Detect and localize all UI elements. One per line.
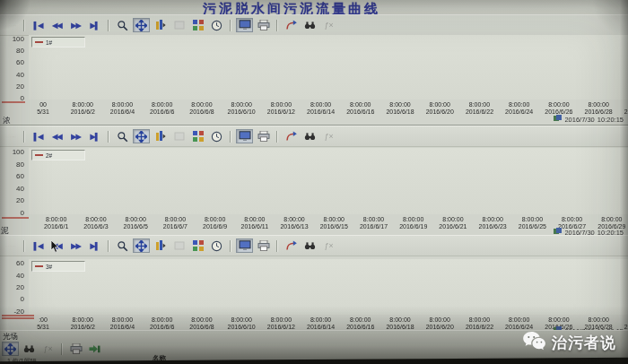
trend-chart[interactable]: 1# xyxy=(29,35,628,100)
pan-button[interactable] xyxy=(133,129,150,143)
x-tick-label: 8:00:002016/6/9 xyxy=(203,216,227,230)
parameters-button[interactable] xyxy=(189,129,206,143)
goto-end-button[interactable]: ▶▌ xyxy=(86,18,103,32)
x-tick-label: 8:00:002016/6/3 xyxy=(83,216,108,230)
parameters-button[interactable] xyxy=(189,238,206,253)
x-tick-label: 005/31 xyxy=(37,101,49,115)
trend-window-icon[interactable] xyxy=(2,129,19,143)
x-tick-label: 8:00:002016/6/30 xyxy=(624,316,628,330)
red-trace-fragment xyxy=(2,101,25,103)
x-tick-label: 8:00:002016/6/4 xyxy=(110,101,135,115)
y-scale-button[interactable] xyxy=(152,129,169,143)
trend-chart[interactable]: 3# xyxy=(29,259,628,315)
fast-backward-button[interactable]: ◀◀ xyxy=(48,18,65,32)
trend-panel-3: ▌◀◀◀▶▶▶▌ƒ× 6040200-20 3# :005/318:00:002… xyxy=(0,235,628,331)
search-button[interactable] xyxy=(21,342,38,356)
toolbar-separator xyxy=(276,20,278,31)
goto-end-button[interactable]: ▶▌ xyxy=(86,238,103,253)
y-tick-label: 80 xyxy=(16,160,24,168)
window-caption: 泥 xyxy=(1,226,9,237)
zoom-button[interactable] xyxy=(114,238,131,253)
y-tick-label: 60 xyxy=(16,259,24,267)
toolbar: ▌◀◀◀▶▶▶▌ƒ× xyxy=(0,15,628,36)
y-axis-labels: 6040200-20 xyxy=(0,259,27,315)
restore-button xyxy=(170,129,188,143)
x-tick-label: 8:00:002016/6/21 xyxy=(439,216,467,230)
red-trace-fragment xyxy=(2,317,34,319)
mouse-cursor xyxy=(50,240,60,257)
trend-window-icon[interactable] xyxy=(2,238,19,253)
x-tick-label: 8:00:002016/6/8 xyxy=(189,316,214,330)
y-scale-button[interactable] xyxy=(152,18,169,32)
x-tick-label: 8:00:002016/6/23 xyxy=(479,216,507,230)
toolbar-separator xyxy=(230,131,231,143)
x-tick-label: 8:00:002016/6/11 xyxy=(241,216,269,230)
y-tick-label: 60 xyxy=(16,58,24,66)
screen-button[interactable] xyxy=(236,18,253,32)
x-tick-label: 8:00:002016/6/15 xyxy=(320,216,348,230)
pan-button[interactable] xyxy=(2,342,19,356)
toolbar-separator xyxy=(23,131,25,143)
trend-panel-1: ▌◀◀◀▶▶▶▌ƒ× 100806040200 1# 005/318:00:00… xyxy=(0,14,628,125)
screen-button[interactable] xyxy=(236,238,253,253)
search-button[interactable] xyxy=(301,238,318,253)
x-tick-label: 8:00:002016/6/16 xyxy=(346,101,374,115)
y-tick-label: 0 xyxy=(21,295,24,303)
goto-start-button[interactable]: ▌◀ xyxy=(30,238,47,253)
screen-button[interactable] xyxy=(236,129,253,143)
fast-backward-button[interactable]: ◀◀ xyxy=(48,129,65,143)
fast-forward-button[interactable]: ▶▶ xyxy=(67,238,84,253)
function-button: ƒ× xyxy=(320,18,337,32)
x-tick-label: 8:00:002016/6/24 xyxy=(505,316,533,330)
y-axis-labels: 100806040200 xyxy=(0,35,27,100)
x-tick-label: 8:00:002016/6/25 xyxy=(519,216,546,230)
legend-box[interactable]: 1# xyxy=(31,37,85,48)
trend-series xyxy=(29,148,628,214)
time-range-button[interactable] xyxy=(208,18,225,32)
toolbar-separator xyxy=(108,20,109,31)
export-button[interactable] xyxy=(283,129,300,143)
toolbar: ƒ× xyxy=(0,339,219,359)
fast-forward-button[interactable]: ▶▶ xyxy=(67,129,84,143)
search-button[interactable] xyxy=(301,129,318,143)
zoom-button[interactable] xyxy=(114,18,131,32)
print-button[interactable] xyxy=(255,238,272,253)
red-trace-fragment xyxy=(2,315,34,316)
export-button[interactable] xyxy=(283,18,300,32)
time-range-button[interactable] xyxy=(208,238,225,253)
y-scale-button[interactable] xyxy=(152,238,169,253)
print-button[interactable] xyxy=(255,18,272,32)
watermark-text: 治污者说 xyxy=(552,333,616,353)
x-tick-label: 8:00:002016/6/5 xyxy=(124,216,148,230)
legend-box[interactable]: 2# xyxy=(31,150,85,160)
time-range-button[interactable] xyxy=(208,129,225,143)
x-tick-label: 8:00:002016/6/7 xyxy=(163,216,188,230)
search-button[interactable] xyxy=(301,18,318,32)
print-button[interactable] xyxy=(255,129,272,143)
parameters-button[interactable] xyxy=(189,18,206,32)
x-tick-label: 8:00:002016/6/20 xyxy=(426,316,454,330)
export-button[interactable] xyxy=(283,238,300,253)
trend-chart[interactable]: 2# xyxy=(29,148,628,214)
x-tick-label: 8:00:002016/6/10 xyxy=(228,101,256,115)
goto-start-button[interactable]: ▌◀ xyxy=(30,18,47,32)
toolbar-separator xyxy=(23,20,25,31)
calendar-icon xyxy=(554,115,562,124)
toolbar-separator xyxy=(108,131,109,143)
trend-window-icon[interactable] xyxy=(2,18,19,32)
x-tick-label: 8:00:002016/6/24 xyxy=(505,101,533,115)
x-tick-label: 8:00:002016/6/6 xyxy=(150,101,174,115)
print-button[interactable] xyxy=(67,342,84,356)
goto-start-button[interactable]: ▌◀ xyxy=(30,129,47,143)
y-tick-label: 100 xyxy=(13,148,24,156)
goto-end-button[interactable]: ▶▌ xyxy=(86,129,103,143)
import-button[interactable] xyxy=(86,342,103,356)
pan-button[interactable] xyxy=(133,18,150,32)
pan-button[interactable] xyxy=(133,238,150,253)
zoom-button[interactable] xyxy=(114,129,131,143)
x-tick-label: 8:00:002016/6/28 xyxy=(585,101,613,115)
x-tick-label: 8:00:002016/6/14 xyxy=(307,316,335,330)
y-tick-label: 80 xyxy=(16,47,24,55)
fast-forward-button[interactable]: ▶▶ xyxy=(67,18,84,32)
legend-box[interactable]: 3# xyxy=(31,261,85,272)
